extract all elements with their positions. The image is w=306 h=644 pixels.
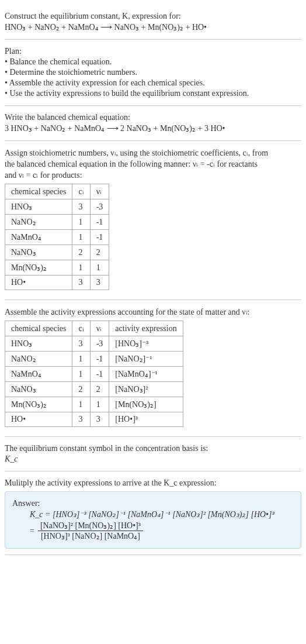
- activity-heading: Assemble the activity expressions accoun…: [5, 307, 301, 317]
- stoich-section: Assign stoichiometric numbers, νᵢ, using…: [5, 141, 301, 300]
- cell: 1: [72, 260, 90, 275]
- cell: 3: [72, 199, 90, 215]
- cell: -1: [90, 215, 109, 230]
- cell: NaNO₂: [5, 215, 72, 230]
- cell: [HO•]³: [109, 412, 183, 427]
- cell: Mn(NO₃)₂: [5, 260, 72, 275]
- table-header-row: chemical species cᵢ νᵢ activity expressi…: [5, 321, 183, 336]
- plan-item: • Assemble the activity expression for e…: [5, 78, 301, 88]
- cell: 2: [72, 245, 90, 260]
- cell: -1: [90, 230, 109, 245]
- cell: NaNO₂: [5, 352, 72, 367]
- fraction-numerator: [NaNO₃]² [Mn(NO₃)₂] [HO•]³: [38, 521, 143, 531]
- cell: -3: [90, 199, 109, 215]
- cell: [NaNO₂]⁻¹: [109, 352, 183, 367]
- table-row: NaNO₂1-1[NaNO₂]⁻¹: [5, 352, 183, 367]
- cell: 1: [72, 215, 90, 230]
- equals-sign: =: [30, 526, 34, 536]
- cell: Mn(NO₃)₂: [5, 397, 72, 412]
- cell: HNO₃: [5, 336, 72, 352]
- cell: NaNO₃: [5, 245, 72, 260]
- plan-heading: Plan:: [5, 47, 301, 56]
- col-header: chemical species: [5, 321, 72, 336]
- cell: 1: [72, 352, 90, 367]
- kc-symbol: K_c: [5, 454, 301, 464]
- cell: NaNO₃: [5, 382, 72, 397]
- table-row: Mn(NO₃)₂11[Mn(NO₃)₂]: [5, 397, 183, 412]
- cell: 1: [72, 397, 90, 412]
- answer-fraction: [NaNO₃]² [Mn(NO₃)₂] [HO•]³ [HNO₃]³ [NaNO…: [38, 521, 143, 541]
- table-row: Mn(NO₃)₂11: [5, 260, 109, 275]
- cell: HO•: [5, 412, 72, 427]
- table-row: NaNO₂1-1: [5, 215, 109, 230]
- col-header: activity expression: [109, 321, 183, 336]
- cell: -1: [90, 367, 109, 382]
- stoich-text: and νᵢ = cᵢ for products:: [5, 170, 301, 180]
- cell: 2: [90, 245, 109, 260]
- cell: 1: [72, 230, 90, 245]
- cell: [Mn(NO₃)₂]: [109, 397, 183, 412]
- cell: HO•: [5, 275, 72, 290]
- stoich-text: Assign stoichiometric numbers, νᵢ, using…: [5, 148, 301, 158]
- cell: 3: [72, 412, 90, 427]
- fraction-denominator: [HNO₃]³ [NaNO₂] [NaMnO₄]: [38, 531, 143, 541]
- cell: -3: [90, 336, 109, 352]
- activity-table: chemical species cᵢ νᵢ activity expressi…: [5, 321, 183, 427]
- cell: [NaNO₃]²: [109, 382, 183, 397]
- title: Construct the equilibrium constant, K, e…: [5, 12, 301, 21]
- cell: 1: [72, 367, 90, 382]
- cell: 3: [72, 336, 90, 352]
- activity-section: Assemble the activity expressions accoun…: [5, 300, 301, 437]
- stoich-text: the balanced chemical equation in the fo…: [5, 159, 301, 169]
- cell: 3: [90, 412, 109, 427]
- table-row: NaNO₃22[NaNO₃]²: [5, 382, 183, 397]
- cell: 2: [72, 382, 90, 397]
- kc-symbol-section: The equilibrium constant symbol in the c…: [5, 437, 301, 471]
- answer-line-2: = [NaNO₃]² [Mn(NO₃)₂] [HO•]³ [HNO₃]³ [Na…: [30, 521, 294, 541]
- table-row: HNO₃3-3[HNO₃]⁻³: [5, 336, 183, 352]
- col-header: νᵢ: [90, 321, 109, 336]
- answer-label: Answer:: [12, 499, 294, 508]
- cell: 2: [90, 382, 109, 397]
- cell: 1: [90, 397, 109, 412]
- col-header: cᵢ: [72, 184, 90, 199]
- unbalanced-reaction: HNO₃ + NaNO₂ + NaMnO₄ ⟶ NaNO₃ + Mn(NO₃)₂…: [5, 22, 301, 32]
- table-row: HO•33[HO•]³: [5, 412, 183, 427]
- kc-heading: The equilibrium constant symbol in the c…: [5, 444, 301, 453]
- answer-expression: K_c = [HNO₃]⁻³ [NaNO₂]⁻¹ [NaMnO₄]⁻¹ [NaN…: [30, 509, 274, 519]
- cell: -1: [90, 352, 109, 367]
- cell: [HNO₃]⁻³: [109, 336, 183, 352]
- table-row: HNO₃3-3: [5, 199, 109, 215]
- cell: 3: [90, 275, 109, 290]
- plan-item: • Determine the stoichiometric numbers.: [5, 68, 301, 77]
- answer-line-1: K_c = [HNO₃]⁻³ [NaNO₂]⁻¹ [NaMnO₄]⁻¹ [NaN…: [30, 509, 294, 519]
- plan-item: • Use the activity expressions to build …: [5, 89, 301, 98]
- table-row: NaMnO₄1-1: [5, 230, 109, 245]
- answer-box: Answer: K_c = [HNO₃]⁻³ [NaNO₂]⁻¹ [NaMnO₄…: [5, 491, 301, 549]
- multiply-section: Mulitply the activity expressions to arr…: [5, 471, 301, 555]
- balanced-section: Write the balanced chemical equation: 3 …: [5, 106, 301, 141]
- cell: [NaMnO₄]⁻¹: [109, 367, 183, 382]
- cell: HNO₃: [5, 199, 72, 215]
- plan-item: • Balance the chemical equation.: [5, 57, 301, 67]
- table-row: HO•33: [5, 275, 109, 290]
- col-header: chemical species: [5, 184, 72, 199]
- table-header-row: chemical species cᵢ νᵢ: [5, 184, 109, 199]
- cell: NaMnO₄: [5, 230, 72, 245]
- cell: 3: [72, 275, 90, 290]
- table-row: NaMnO₄1-1[NaMnO₄]⁻¹: [5, 367, 183, 382]
- balanced-reaction: 3 HNO₃ + NaNO₂ + NaMnO₄ ⟶ 2 NaNO₃ + Mn(N…: [5, 123, 301, 133]
- col-header: νᵢ: [90, 184, 109, 199]
- balanced-heading: Write the balanced chemical equation:: [5, 113, 301, 122]
- col-header: cᵢ: [72, 321, 90, 336]
- stoich-table: chemical species cᵢ νᵢ HNO₃3-3 NaNO₂1-1 …: [5, 184, 109, 290]
- multiply-heading: Mulitply the activity expressions to arr…: [5, 478, 301, 488]
- intro-section: Construct the equilibrium constant, K, e…: [5, 5, 301, 40]
- cell: NaMnO₄: [5, 367, 72, 382]
- plan-section: Plan: • Balance the chemical equation. •…: [5, 40, 301, 106]
- table-row: NaNO₃22: [5, 245, 109, 260]
- cell: 1: [90, 260, 109, 275]
